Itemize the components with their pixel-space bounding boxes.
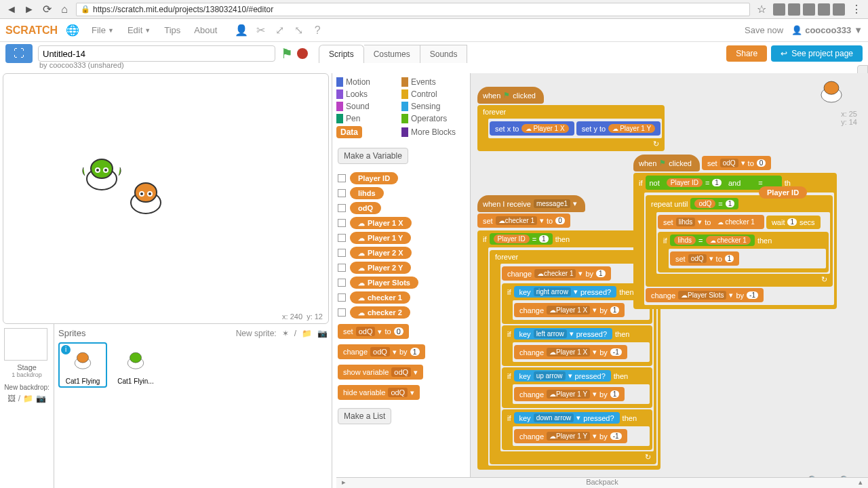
scratch-logo[interactable]: SCRATCH — [5, 24, 58, 37]
var-pill-slots[interactable]: Player Slots — [350, 277, 418, 289]
choose-sprite-icon[interactable]: ✶ — [282, 329, 289, 338]
var-checkbox[interactable] — [338, 174, 346, 182]
paint-backdrop-icon[interactable]: / — [18, 394, 20, 403]
upload-backdrop-icon[interactable]: 📁 — [23, 394, 33, 403]
camera-backdrop-icon[interactable]: 📷 — [36, 394, 46, 403]
if-right[interactable]: ifkeyright arrow▾pressed?then change☁Pla… — [502, 283, 652, 324]
sprite-item-cat2[interactable]: Cat1 Flyin... — [111, 342, 160, 388]
var-pill-odq[interactable]: odQ — [350, 202, 381, 214]
change-slots-block[interactable]: change☁Player Slots▾by-1 — [646, 288, 764, 302]
menu-icon[interactable]: ⋮ — [850, 3, 863, 16]
url-bar[interactable]: 🔒 https://scratch.mit.edu/projects/13803… — [76, 3, 750, 16]
choose-backdrop-icon[interactable]: 🖼 — [7, 394, 16, 403]
forward-icon[interactable]: ► — [23, 3, 35, 16]
grow-icon[interactable]: ⤢ — [273, 24, 286, 37]
camera-sprite-icon[interactable]: 📷 — [317, 329, 328, 338]
ext-icon[interactable] — [803, 3, 815, 16]
if-lihds[interactable]: iflihds=checker 1then setodQ▾to1 — [658, 232, 829, 272]
cat-sound[interactable]: Sound — [335, 100, 400, 113]
user-menu[interactable]: 👤 coocoo333 ▼ — [791, 25, 863, 35]
project-title-input[interactable] — [38, 45, 275, 62]
change-chk1-block[interactable]: change☁checker 1▾by1 — [502, 266, 611, 281]
green-flag-icon[interactable]: ⚑ — [281, 45, 293, 62]
cat-sensing[interactable]: Sensing — [400, 100, 465, 113]
stop-icon[interactable] — [297, 48, 308, 59]
var-pill-p1x[interactable]: Player 1 X — [350, 217, 412, 229]
share-button[interactable]: Share — [726, 45, 767, 62]
cat-operators[interactable]: Operators — [400, 113, 465, 125]
block-change[interactable]: changeodQ▾by1 — [338, 344, 425, 359]
hat-when-receive[interactable]: when I receivemessage1▾ — [477, 195, 585, 212]
set-y-block[interactable]: set y toPlayer 1 Y — [576, 121, 660, 136]
make-variable-button[interactable]: Make a Variable — [338, 148, 408, 164]
var-pill-lihds[interactable]: lihds — [350, 187, 384, 199]
ext-icon[interactable] — [833, 3, 845, 16]
block-hide-var[interactable]: hide variableodQ▾ — [338, 385, 420, 400]
ext-icon[interactable] — [773, 3, 785, 16]
upload-sprite-icon[interactable]: 📁 — [302, 329, 312, 338]
repeat-until-block[interactable]: repeat untilodQ=1 setlihds▾tochecker 1 w… — [646, 195, 833, 287]
home-icon[interactable]: ⌂ — [58, 3, 71, 16]
set-odq-block[interactable]: setodQ▾to0 — [702, 156, 771, 170]
stage[interactable]: x: 240 y: 12 — [3, 73, 329, 324]
cat-pen[interactable]: Pen — [335, 113, 400, 125]
block-set[interactable]: setodQ▾to0 — [338, 324, 409, 339]
scissors-icon[interactable]: ✂ — [254, 24, 267, 37]
set-x-block[interactable]: set x toPlayer 1 X — [490, 121, 574, 136]
cat-events[interactable]: Events — [400, 76, 465, 88]
paint-sprite-icon[interactable]: / — [294, 329, 296, 338]
star-icon[interactable]: ☆ — [755, 3, 768, 16]
sprite-cat-orange[interactable] — [122, 179, 170, 220]
forever-block-2[interactable]: forever change☁checker 1▾by1 ifkeyright … — [490, 250, 656, 464]
cat-looks[interactable]: Looks — [335, 88, 400, 100]
back-icon[interactable]: ◄ — [5, 3, 18, 16]
hat-when-flag-2[interactable]: when⚑clicked — [633, 155, 700, 171]
var-pill-player-id[interactable]: Player ID — [350, 172, 398, 184]
project-page-button[interactable]: ↩ See project page — [771, 45, 863, 62]
make-list-button[interactable]: Make a List — [338, 408, 391, 424]
tab-costumes[interactable]: Costumes — [364, 45, 420, 63]
sprite-info-icon[interactable]: i — [61, 345, 71, 354]
cat-motion[interactable]: Motion — [335, 76, 400, 88]
tips-menu[interactable]: Tips — [157, 25, 187, 35]
var-pill-chk2[interactable]: checker 2 — [350, 306, 410, 319]
ext-icon[interactable] — [818, 3, 830, 16]
scripts-area[interactable]: x: 25 y: 14 when⚑clicked forever set x t… — [471, 73, 868, 488]
hat-when-flag[interactable]: when⚑clicked — [477, 87, 544, 104]
backpack-strip[interactable]: ▸ Backpack ▴ — [336, 477, 868, 488]
cat-more[interactable]: More Blocks — [400, 125, 465, 140]
about-menu[interactable]: About — [187, 25, 224, 35]
edit-menu[interactable]: Edit▼ — [121, 25, 157, 35]
block-show-var[interactable]: show variableodQ▾ — [338, 365, 423, 380]
var-pill-p1y[interactable]: Player 1 Y — [350, 232, 411, 244]
tab-sounds[interactable]: Sounds — [420, 45, 468, 63]
sprite-item-cat1[interactable]: i Cat1 Flying — [58, 342, 107, 388]
forever-block[interactable]: forever set x toPlayer 1 X set y toPlaye… — [477, 105, 665, 151]
var-pill-p2x[interactable]: Player 2 X — [350, 247, 412, 259]
sprite-cat-green[interactable] — [78, 155, 125, 196]
shrink-icon[interactable]: ⤡ — [292, 24, 305, 37]
ext-icon[interactable] — [788, 3, 800, 16]
save-now[interactable]: Save now — [745, 25, 783, 35]
var-pill-chk1[interactable]: checker 1 — [350, 291, 410, 304]
tab-scripts[interactable]: Scripts — [319, 45, 364, 63]
fullscreen-icon[interactable]: ⛶ — [5, 44, 33, 63]
help-icon[interactable]: ? — [311, 24, 324, 37]
floating-player-id-pill[interactable]: Player ID — [759, 186, 807, 199]
wait-block[interactable]: wait1secs — [766, 216, 821, 229]
var-pill-p2y[interactable]: Player 2 Y — [350, 262, 411, 274]
cat-data[interactable]: Data — [335, 125, 400, 140]
cat-control[interactable]: Control — [400, 88, 465, 100]
file-menu[interactable]: File▼ — [85, 25, 121, 35]
script-stack-3[interactable]: when⚑clicked setodQ▾to0 if not Player ID… — [633, 155, 837, 309]
globe-icon[interactable]: 🌐 — [66, 24, 79, 37]
stamp-icon[interactable]: 👤 — [235, 24, 248, 37]
stage-thumb[interactable] — [4, 328, 47, 361]
script-stack-1[interactable]: when⚑clicked forever set x toPlayer 1 X … — [477, 87, 665, 151]
if-up[interactable]: ifkeyup arrow▾pressed?then change☁Player… — [502, 367, 652, 408]
if-left[interactable]: ifkeyleft arrow▾pressed?then change☁Play… — [502, 325, 652, 366]
set-chk1-block[interactable]: set☁checker 1▾to0 — [477, 214, 570, 228]
if-down[interactable]: ifkeydown arrow▾pressed?then change☁Play… — [502, 409, 652, 450]
reload-icon[interactable]: ⟳ — [41, 3, 53, 16]
tabs: Scripts Costumes Sounds — [319, 45, 467, 63]
